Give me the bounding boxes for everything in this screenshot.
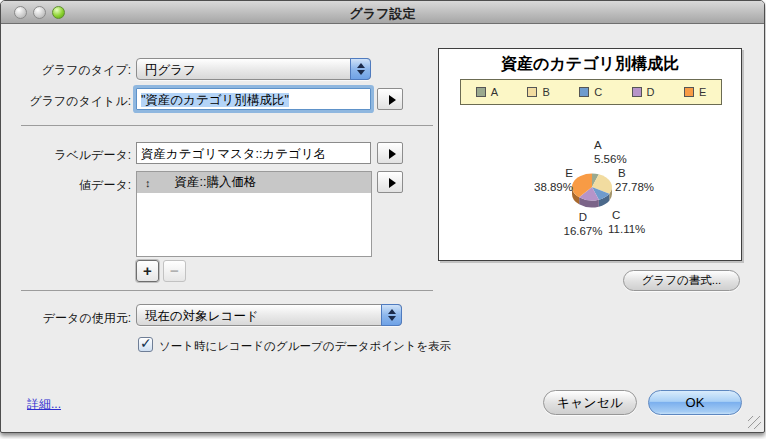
chart-type-label: グラフのタイプ: [1, 62, 131, 79]
legend-swatch-b [527, 87, 537, 97]
window-title: グラフ設定 [1, 5, 764, 23]
chart-format-button[interactable]: グラフの書式... [623, 270, 740, 291]
ok-button[interactable]: OK [648, 390, 742, 415]
legend-swatch-d [632, 87, 642, 97]
data-source-popup[interactable]: 現在の対象レコード [136, 304, 402, 326]
chart-legend: A B C D E [460, 79, 722, 105]
label-data-input[interactable]: 資産カテゴリマスタ::カテゴリ名 [136, 142, 371, 164]
popup-stepper-icon [381, 304, 402, 326]
value-data-options-button[interactable] [377, 171, 403, 193]
value-data-label: 値データ: [1, 177, 131, 194]
cancel-button[interactable]: キャンセル [543, 390, 637, 415]
add-value-button[interactable]: + [136, 260, 159, 282]
show-grouped-datapoints-checkbox[interactable] [138, 337, 153, 352]
legend-swatch-e [684, 87, 694, 97]
legend-label: B [542, 86, 549, 98]
label-data-options-button[interactable] [377, 142, 403, 164]
pie-label-a: A5.56% [594, 139, 627, 166]
reorder-icon[interactable]: ↕ [145, 177, 151, 189]
title-bar[interactable]: グラフ設定 [1, 1, 764, 24]
legend-swatch-a [476, 87, 486, 97]
legend-label: D [647, 86, 655, 98]
resize-grip-icon[interactable] [748, 416, 761, 429]
selected-text: "資産のカテゴリ別構成比" [141, 93, 289, 107]
chart-preview-panel: 資産のカテゴリ別構成比 A B C D E A5.56% B27.78% C11… [438, 48, 742, 261]
legend-item: D [632, 86, 655, 98]
chart-type-popup[interactable]: 円グラフ [136, 58, 371, 80]
details-link[interactable]: 詳細... [27, 396, 61, 413]
value-data-row-selected[interactable]: ↕ 資産::購入価格 [137, 172, 371, 193]
pie-chart [566, 170, 618, 212]
chart-title-options-button[interactable] [377, 88, 403, 110]
legend-label: E [699, 86, 706, 98]
chart-settings-dialog: グラフ設定 グラフのタイプ: 円グラフ グラフのタイトル: "資産のカテゴリ別構… [0, 0, 765, 433]
chart-title: 資産のカテゴリ別構成比 [439, 54, 741, 75]
chart-type-value: 円グラフ [145, 62, 346, 79]
pie-label-b: B27.78% [615, 167, 654, 194]
remove-value-button[interactable]: − [163, 260, 186, 282]
value-data-list[interactable]: ↕ 資産::購入価格 [136, 171, 372, 257]
legend-swatch-c [579, 87, 589, 97]
legend-item: A [476, 86, 498, 98]
right-triangle-icon [389, 95, 396, 105]
legend-item: E [684, 86, 706, 98]
legend-item: C [579, 86, 602, 98]
show-grouped-datapoints-label: ソート時にレコードのグループのデータポイントを表示 [159, 339, 451, 354]
popup-stepper-icon [350, 58, 371, 80]
right-triangle-icon [389, 149, 396, 159]
legend-item: B [527, 86, 549, 98]
pie-label-d: D16.67% [547, 211, 619, 238]
data-source-label: データの使用元: [1, 310, 131, 327]
chart-title-label: グラフのタイトル: [1, 93, 131, 110]
label-data-value: 資産カテゴリマスタ::カテゴリ名 [141, 147, 326, 161]
pie-label-e: E38.89% [525, 167, 573, 194]
chart-title-input[interactable]: "資産のカテゴリ別構成比" [136, 88, 371, 110]
legend-label: C [594, 86, 602, 98]
separator [21, 125, 433, 126]
label-data-label: ラベルデータ: [1, 147, 131, 164]
separator [21, 290, 433, 291]
right-triangle-icon [389, 178, 396, 188]
legend-label: A [491, 86, 498, 98]
data-source-value: 現在の対象レコード [145, 308, 377, 325]
value-data-row-text: 資産::購入価格 [175, 174, 257, 191]
